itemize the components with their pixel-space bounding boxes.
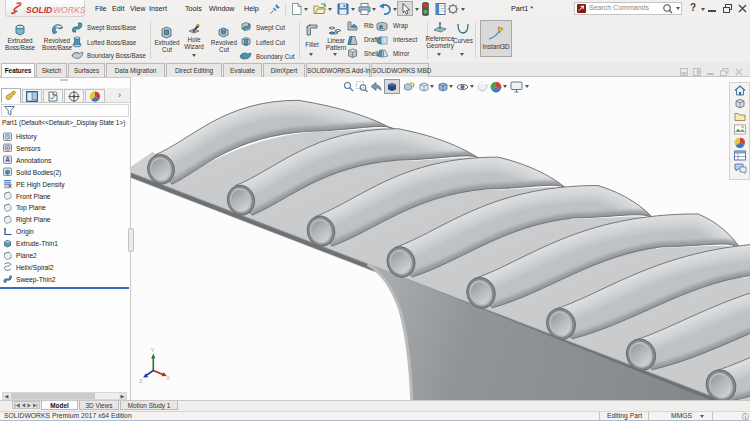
svg-text:SOLID: SOLID — [26, 5, 52, 15]
svg-text:WORKS: WORKS — [53, 5, 85, 15]
svg-text:X: X — [166, 375, 170, 381]
svg-text:Z: Z — [139, 378, 143, 384]
svg-text:A: A — [5, 156, 10, 163]
svg-text:a: a — [379, 23, 383, 30]
svg-text:Y: Y — [151, 347, 155, 353]
